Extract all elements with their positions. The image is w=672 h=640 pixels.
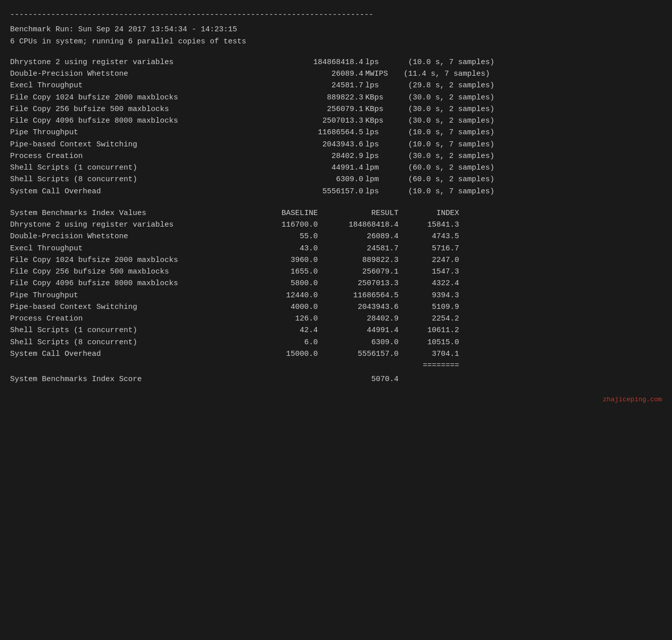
index-row-baseline: 126.0: [252, 313, 318, 325]
index-row-baseline: 55.0: [252, 231, 318, 242]
index-row-result: 889822.3: [318, 254, 399, 266]
benchmark-unit: lpm: [363, 162, 404, 174]
header-line1: Benchmark Run: Sun Sep 24 2017 13:54:34 …: [10, 24, 662, 35]
benchmark-unit: MWIPS: [363, 68, 404, 80]
index-row-baseline: 3960.0: [252, 254, 318, 266]
index-row-baseline: 43.0: [252, 243, 318, 254]
index-row-result: 24581.7: [318, 243, 399, 254]
benchmark-row: Shell Scripts (8 concurrent)6309.0lpm (6…: [10, 174, 662, 185]
benchmark-name: Dhrystone 2 using register variables: [10, 57, 252, 68]
benchmark-row: Execl Throughput24581.7lps (29.8 s, 2 sa…: [10, 80, 662, 91]
index-row-index: 10515.0: [399, 337, 459, 348]
benchmark-value: 44991.4: [252, 162, 363, 174]
benchmark-unit: KBps: [363, 115, 404, 127]
benchmark-row: System Call Overhead5556157.0lps (10.0 s…: [10, 186, 662, 197]
index-row-result: 26089.4: [318, 231, 399, 242]
index-row-name: Process Creation: [10, 313, 252, 325]
benchmark-extra: (10.0 s, 7 samples): [404, 127, 662, 138]
index-row-baseline: 15000.0: [252, 348, 318, 360]
index-row-name: System Call Overhead: [10, 348, 252, 360]
benchmarks-section: Dhrystone 2 using register variables1848…: [10, 57, 662, 197]
benchmark-value: 26089.4: [252, 68, 363, 80]
index-header-index: INDEX: [399, 207, 459, 219]
benchmark-row: Pipe Throughput11686564.5lps (10.0 s, 7 …: [10, 127, 662, 138]
index-row-name: File Copy 4096 bufsize 8000 maxblocks: [10, 278, 252, 289]
benchmark-value: 6309.0: [252, 174, 363, 185]
benchmark-extra: (11.4 s, 7 samples): [404, 68, 662, 80]
index-row-baseline: 42.4: [252, 325, 318, 336]
benchmark-unit: lps: [363, 139, 404, 150]
index-row-name: File Copy 1024 bufsize 2000 maxblocks: [10, 254, 252, 266]
benchmark-extra: (30.0 s, 2 samples): [404, 92, 662, 103]
index-row-name: Double-Precision Whetstone: [10, 231, 252, 242]
equals-row: ========: [10, 360, 662, 371]
benchmark-unit: lps: [363, 127, 404, 138]
benchmark-value: 28402.9: [252, 150, 363, 162]
benchmark-unit: lps: [363, 186, 404, 197]
index-data-row: File Copy 256 bufsize 500 maxblocks1655.…: [10, 266, 662, 278]
index-row-name: File Copy 256 bufsize 500 maxblocks: [10, 266, 252, 278]
index-row-name: Execl Throughput: [10, 243, 252, 254]
benchmark-row: File Copy 256 bufsize 500 maxblocks25607…: [10, 103, 662, 115]
benchmark-name: File Copy 256 bufsize 500 maxblocks: [10, 103, 252, 115]
index-row-name: Dhrystone 2 using register variables: [10, 219, 252, 231]
index-row-index: 10611.2: [399, 325, 459, 336]
benchmark-value: 256079.1: [252, 103, 363, 115]
index-data-row: Execl Throughput43.024581.75716.7: [10, 243, 662, 254]
index-row-baseline: 6.0: [252, 337, 318, 348]
benchmark-name: Shell Scripts (1 concurrent): [10, 162, 252, 174]
index-row-baseline: 1655.0: [252, 266, 318, 278]
index-row-result: 11686564.5: [318, 290, 399, 301]
index-data-row: Pipe Throughput12440.011686564.59394.3: [10, 290, 662, 301]
benchmark-extra: (10.0 s, 7 samples): [404, 139, 662, 150]
index-row-result: 28402.9: [318, 313, 399, 325]
index-header-result: RESULT: [318, 207, 399, 219]
index-row-index: 2254.2: [399, 313, 459, 325]
benchmark-extra: (29.8 s, 2 samples): [404, 80, 662, 91]
index-section: System Benchmarks Index ValuesBASELINERE…: [10, 207, 662, 360]
index-header-name: System Benchmarks Index Values: [10, 207, 252, 219]
benchmark-extra: (30.0 s, 2 samples): [404, 150, 662, 162]
separator-top: ----------------------------------------…: [10, 9, 662, 21]
index-data-row: Dhrystone 2 using register variables1167…: [10, 219, 662, 231]
benchmark-extra: (60.0 s, 2 samples): [404, 174, 662, 185]
benchmark-name: File Copy 1024 bufsize 2000 maxblocks: [10, 92, 252, 103]
index-data-row: File Copy 4096 bufsize 8000 maxblocks580…: [10, 278, 662, 289]
benchmark-name: Double-Precision Whetstone: [10, 68, 252, 80]
benchmark-value: 2043943.6: [252, 139, 363, 150]
score-label: System Benchmarks Index Score: [10, 374, 338, 385]
index-row-result: 5556157.0: [318, 348, 399, 360]
index-row-result: 256079.1: [318, 266, 399, 278]
benchmark-unit: KBps: [363, 103, 404, 115]
index-row-index: 5716.7: [399, 243, 459, 254]
index-row-index: 3704.1: [399, 348, 459, 360]
benchmark-value: 5556157.0: [252, 186, 363, 197]
watermark: zhajiceping.com: [10, 395, 662, 405]
benchmark-row: Double-Precision Whetstone26089.4MWIPS(1…: [10, 68, 662, 80]
benchmark-name: Execl Throughput: [10, 80, 252, 91]
score-value: 5070.4: [338, 374, 399, 385]
index-data-row: Double-Precision Whetstone55.026089.4474…: [10, 231, 662, 242]
index-row-index: 5109.9: [399, 301, 459, 313]
benchmark-unit: lps: [363, 57, 404, 68]
index-header-baseline: BASELINE: [252, 207, 318, 219]
index-row-baseline: 116700.0: [252, 219, 318, 231]
index-row-name: Shell Scripts (8 concurrent): [10, 337, 252, 348]
equals-value: ========: [399, 360, 459, 371]
header-line2: 6 CPUs in system; running 6 parallel cop…: [10, 36, 662, 47]
index-row-index: 1547.3: [399, 266, 459, 278]
benchmark-row: Process Creation28402.9lps (30.0 s, 2 sa…: [10, 150, 662, 162]
benchmark-value: 184868418.4: [252, 57, 363, 68]
benchmark-name: Pipe-based Context Switching: [10, 139, 252, 150]
index-row-baseline: 12440.0: [252, 290, 318, 301]
index-data-row: System Call Overhead15000.05556157.03704…: [10, 348, 662, 360]
benchmark-row: Dhrystone 2 using register variables1848…: [10, 57, 662, 68]
benchmark-unit: KBps: [363, 92, 404, 103]
benchmark-extra: (10.0 s, 7 samples): [404, 186, 662, 197]
index-data-row: Shell Scripts (8 concurrent)6.06309.0105…: [10, 337, 662, 348]
index-row-index: 2247.0: [399, 254, 459, 266]
index-row-result: 2507013.3: [318, 278, 399, 289]
index-row-name: Shell Scripts (1 concurrent): [10, 325, 252, 336]
benchmark-name: Shell Scripts (8 concurrent): [10, 174, 252, 185]
benchmark-name: Pipe Throughput: [10, 127, 252, 138]
